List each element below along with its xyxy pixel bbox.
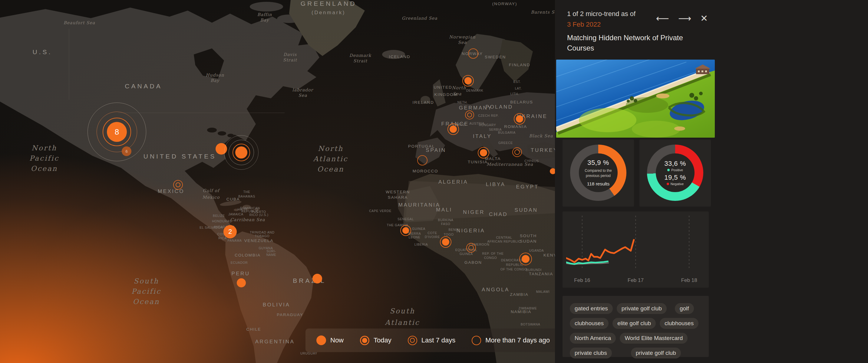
legend-item-more-than-7-days[interactable]: More than 7 days ago [472,336,550,345]
legend-item-today[interactable]: Today [360,336,392,345]
map-label: TOBAGO [255,234,270,238]
more-than-7-days-marker-icon [472,336,481,345]
map-label: EL SALVADOR [199,226,223,229]
map-label: REPUBLIC [506,263,523,266]
map-label: COTE [428,231,437,235]
map-label: GREECE [498,141,513,144]
map-label: COLOMBIA [235,253,261,257]
map-label: NIGER [463,209,485,216]
keyword-tags: gated entriesprivate golf clubgolfclubho… [562,296,709,363]
map-label: THE [243,190,250,194]
keyword-tag[interactable]: clubhouses [570,318,609,329]
map-label: BOLIVIA [263,302,290,308]
map-label: CONGO [484,256,497,260]
map-label: LIBERIA [414,242,428,246]
keyword-tag[interactable]: private golf club [631,348,681,359]
map-legend: Now Today Last 7 days More than 7 days a… [306,329,566,352]
map-label: BULGARIA [498,131,516,134]
map-label: CZECH REP. [478,114,499,118]
previous-trend-button[interactable]: ⟵ [655,13,670,24]
map-label: Gulf of [203,188,219,193]
results-percent: 35,9 % [587,159,609,167]
now-marker-icon [316,335,326,345]
golf-course-image [556,60,715,138]
map-label: (NORWAY) [492,1,517,6]
map-label: MEXICO [158,189,184,195]
map-label: Baffin [257,12,272,17]
trend-detail-panel: 1 of 2 micro-trend as of 3 Feb 2022 ⟵ ⟶ … [555,0,868,363]
map-label: EGYPT [516,184,538,190]
negative-label: Negative [671,182,684,186]
map-label: ZAMBIA [510,292,528,297]
map-label: North [318,144,343,153]
map-label: TURKEY [531,147,558,153]
map-label: Carribean Sea [230,217,265,222]
map-label: BELIZE [213,214,225,218]
map-label: UNITED [434,85,452,90]
legend-label: Now [330,336,344,344]
keyword-tag[interactable]: private golf club [617,303,666,314]
map-label: LEONE [409,235,421,239]
map-label: labrador [292,88,313,92]
map-label: Denmark [349,53,371,58]
map-label: D'IVOIRE [425,235,440,239]
map-label: HUNGARY [479,123,496,127]
keyword-tag[interactable]: gated entries [570,303,613,314]
today-marker-icon [360,336,369,345]
map-label: Davis [283,52,297,57]
map-label: HONDURAS [212,219,232,223]
map-label: NETH. [458,100,468,104]
map-label: Mediterranean Sea [487,162,533,167]
marker-count: 2 [228,228,232,236]
keyword-tag[interactable]: private clubs [570,348,612,359]
map-label: IRELAND [412,100,434,105]
marker-count: 8 [115,127,119,137]
trend-axis-tick: Feb 18 [681,277,697,284]
map-label: Sea [458,40,467,45]
map-label: ECUADOR [231,261,248,264]
trend-date: 3 Feb 2022 [567,21,601,28]
results-count: 118 results [587,181,610,187]
keyword-tags-card: gated entriesprivate golf clubgolfclubho… [562,296,709,357]
positive-label: Positive [671,168,683,172]
map-label: UNITED STATES [144,153,216,160]
map-label: Norwegian [449,34,475,39]
keyword-tag[interactable]: elite golf club [613,318,656,329]
map-label: BURUNDI [526,268,541,272]
map-label: FASO [441,222,450,226]
map-label: LAT. [515,87,522,90]
map-label: Bay [260,18,269,22]
keyword-tag[interactable]: clubhouses [660,318,699,329]
map-marker-cluster[interactable] [224,135,258,170]
keyword-tag[interactable]: North America [570,333,616,344]
map-label: MALI [436,207,452,213]
map-label: PANAMA [227,239,242,242]
map-label: North [452,85,466,90]
map-label: DENMARK [466,89,484,92]
close-panel-button[interactable]: ✕ [699,13,709,24]
map-label: RICO (U.S.) [249,213,268,217]
map-label: Bay [210,78,219,83]
map-label: South [390,307,415,315]
map-label: LITH. [510,92,519,96]
map-label: Greenland Sea [402,16,437,21]
legend-item-now[interactable]: Now [316,335,344,345]
map-marker-big8[interactable]: 8 [88,103,146,161]
keyword-tag[interactable]: World Elite Mastercard [620,333,687,344]
legend-item-last-7-days[interactable]: Last 7 days [408,336,456,345]
map-label: EST. [514,80,521,84]
map-label: SUDAN [520,239,537,243]
map-label: Atlantic [313,155,348,163]
map-label: South [133,277,159,285]
map-label: CENTRAL [496,236,512,239]
map-label: GABON [464,260,482,265]
trend-counter: 1 of 2 micro-trend as of [567,9,661,19]
map-label: Ocean [317,165,344,173]
map-label: SWEDEN [485,55,506,59]
map-label: BOTSWANA [521,323,540,326]
map-label: ITALY [473,133,492,139]
next-trend-button[interactable]: ⟶ [677,13,692,24]
keyword-tag[interactable]: golf [675,303,694,314]
map-label: Strait [283,58,297,62]
negative-percent: 19,5 % [664,174,686,182]
